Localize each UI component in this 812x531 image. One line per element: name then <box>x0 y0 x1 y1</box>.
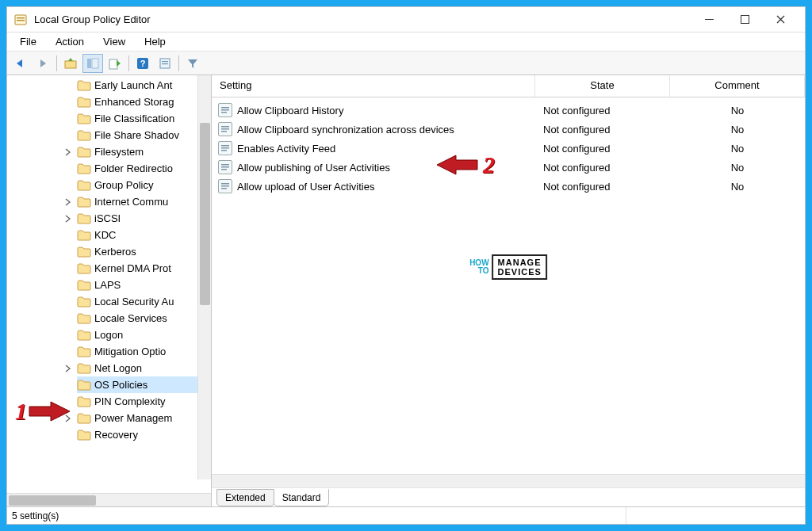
column-header-state[interactable]: State <box>535 75 670 97</box>
tree-item[interactable]: Early Launch Ant <box>77 77 211 94</box>
menubar: File Action View Help <box>7 32 805 52</box>
folder-icon <box>77 212 91 225</box>
svg-rect-14 <box>221 107 229 109</box>
cell-setting: Allow upload of User Activities <box>237 181 535 193</box>
scrollbar-thumb[interactable] <box>200 123 210 305</box>
tree-item[interactable]: OS Policies <box>77 376 211 393</box>
svg-rect-21 <box>221 147 229 149</box>
tree-item-label: Kernel DMA Prot <box>94 262 171 274</box>
tree-item[interactable]: iSCSI <box>77 210 211 227</box>
app-icon <box>13 13 28 27</box>
svg-rect-6 <box>87 59 91 68</box>
tab-extended[interactable]: Extended <box>216 489 274 506</box>
tree-item[interactable]: Kerberos <box>77 243 211 260</box>
forward-button[interactable] <box>33 54 53 73</box>
chevron-right-icon[interactable] <box>63 213 74 224</box>
export-button[interactable] <box>105 54 125 73</box>
tree-item[interactable]: Group Policy <box>77 177 211 193</box>
list-rows: Allow Clipboard HistoryNot configuredNoA… <box>212 97 805 474</box>
tree-item[interactable]: Logon <box>77 327 211 343</box>
tree-item-label: Recovery <box>94 429 138 441</box>
tree-item[interactable]: Folder Redirectio <box>77 160 211 177</box>
tree-item-label: KDC <box>94 229 116 241</box>
properties-button[interactable] <box>155 54 175 73</box>
tree-item[interactable]: PIN Complexity <box>77 393 211 410</box>
back-button[interactable] <box>10 54 31 73</box>
tree-horizontal-scrollbar[interactable] <box>7 493 211 506</box>
folder-icon <box>77 246 91 258</box>
tree-item[interactable]: Enhanced Storag <box>77 94 211 110</box>
help-button[interactable]: ? <box>132 54 153 73</box>
tree-item[interactable]: Local Security Au <box>77 293 211 310</box>
tree-item-label: Locale Services <box>94 312 167 324</box>
column-header-setting[interactable]: Setting <box>212 75 535 97</box>
list-panel: Setting State Comment Allow Clipboard Hi… <box>212 75 805 506</box>
maximize-button[interactable] <box>727 9 763 31</box>
svg-rect-12 <box>162 61 168 62</box>
svg-rect-23 <box>221 164 229 166</box>
tree-item[interactable]: Power Managem <box>77 410 211 426</box>
toolbar: ? <box>7 52 805 75</box>
filter-button[interactable] <box>182 54 203 73</box>
tree-item-label: Power Managem <box>94 412 172 424</box>
cell-setting: Enables Activity Feed <box>237 143 535 155</box>
chevron-right-icon[interactable] <box>63 413 74 424</box>
svg-rect-8 <box>109 59 117 69</box>
statusbar: 5 setting(s) <box>7 506 805 524</box>
policy-icon <box>218 160 232 174</box>
tree-item-label: File Classification <box>94 113 174 124</box>
watermark-to: TO <box>469 267 488 275</box>
tree-panel: Early Launch AntEnhanced StoragFile Clas… <box>7 75 212 506</box>
tree-item[interactable]: File Classification <box>77 110 211 127</box>
watermark-devices: DEVICES <box>498 267 542 277</box>
tree-item-label: Folder Redirectio <box>94 162 173 174</box>
chevron-right-icon[interactable] <box>63 197 74 208</box>
svg-rect-17 <box>221 126 229 128</box>
tab-standard[interactable]: Standard <box>274 489 330 506</box>
tabs: Extended Standard <box>212 487 805 506</box>
tree-item[interactable]: KDC <box>77 227 211 243</box>
list-row[interactable]: Allow upload of User ActivitiesNot confi… <box>212 177 805 196</box>
svg-rect-4 <box>741 16 749 24</box>
toolbar-separator <box>56 55 57 71</box>
menu-file[interactable]: File <box>10 34 46 49</box>
minimize-button[interactable] <box>691 9 727 31</box>
menu-help[interactable]: Help <box>135 34 175 49</box>
tree-item-label: OS Policies <box>94 379 147 391</box>
chevron-right-icon[interactable] <box>63 147 74 158</box>
menu-action[interactable]: Action <box>46 34 94 49</box>
folder-icon <box>77 296 91 308</box>
list-row[interactable]: Allow Clipboard synchronization across d… <box>212 120 805 139</box>
tree-item[interactable]: File Share Shadov <box>77 127 211 143</box>
menu-view[interactable]: View <box>94 34 135 49</box>
tree-item-label: Logon <box>94 329 123 341</box>
list-horizontal-scrollbar[interactable] <box>212 474 805 487</box>
cell-state: Not configured <box>535 105 670 117</box>
tree-item-label: Filesystem <box>94 146 144 158</box>
cell-setting: Allow Clipboard History <box>237 105 535 117</box>
chevron-right-icon[interactable] <box>63 363 74 374</box>
scrollbar-thumb[interactable] <box>9 495 96 506</box>
tree-item[interactable]: Kernel DMA Prot <box>77 260 211 277</box>
show-hide-tree-button[interactable] <box>82 54 103 73</box>
folder-icon <box>77 146 91 159</box>
tree-item[interactable]: Net Logon <box>77 360 211 376</box>
list-row[interactable]: Allow Clipboard HistoryNot configuredNo <box>212 101 805 120</box>
tree-item[interactable]: Recovery <box>77 426 211 443</box>
tree-item[interactable]: Mitigation Optio <box>77 343 211 360</box>
folder-icon <box>77 279 91 292</box>
svg-rect-15 <box>221 109 229 111</box>
cell-comment: No <box>670 181 805 193</box>
tree-item[interactable]: LAPS <box>77 277 211 293</box>
tree-item[interactable]: Locale Services <box>77 310 211 327</box>
close-button[interactable] <box>763 9 799 31</box>
tree-vertical-scrollbar[interactable] <box>197 75 211 479</box>
column-header-comment[interactable]: Comment <box>670 75 805 97</box>
tree-item[interactable]: Internet Commu <box>77 193 211 210</box>
svg-rect-7 <box>92 59 98 68</box>
folder-icon <box>77 196 91 208</box>
list-row[interactable]: Enables Activity FeedNot configuredNo <box>212 139 805 158</box>
list-row[interactable]: Allow publishing of User ActivitiesNot c… <box>212 158 805 177</box>
tree-item[interactable]: Filesystem <box>77 143 211 160</box>
up-button[interactable] <box>60 54 81 73</box>
